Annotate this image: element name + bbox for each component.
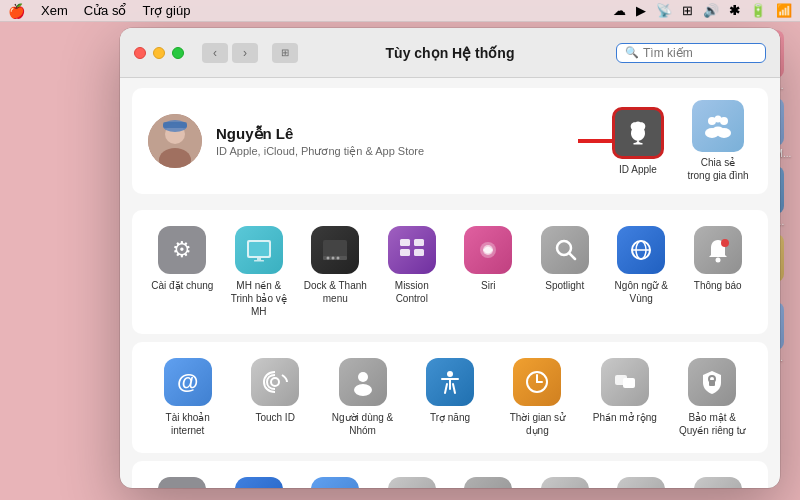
apple-id-label: ID Apple [619,163,657,176]
icon-users[interactable]: Người dùng & Nhóm [319,350,406,445]
icon-row-2: @ Tài khoản internet Touch ID Người dùng… [144,350,756,445]
icon-cai-dat-chung[interactable]: ⚙ Cài đặt chung [144,218,221,326]
grid-icon[interactable]: ⊞ [682,3,693,18]
icon-software-update[interactable]: Cập nhật phần mềm [144,469,221,488]
wifi-icon[interactable]: 📡 [656,3,672,18]
menubar: 🍎 Xem Cửa sổ Trợ giúp ☁ ▶ 📡 ⊞ 🔊 ✱ 🔋 📶 [0,0,800,22]
icon-language[interactable]: Ngôn ngữ & Vùng [603,218,680,326]
family-sharing-button[interactable]: Chia sẻ trong gia đình [684,100,752,182]
sound-icon[interactable]: 🔊 [703,3,719,18]
internet-accounts-icon: @ [164,358,212,406]
icon-extensions[interactable]: Phần mở rộng [581,350,668,445]
bluetooth-icon [311,477,359,488]
minimize-button[interactable] [153,47,165,59]
icon-spotlight[interactable]: Spotlight [527,218,604,326]
forward-button[interactable]: › [232,43,258,63]
back-button[interactable]: ‹ [202,43,228,63]
icon-dock[interactable]: Dock & Thanh menu [297,218,374,326]
icon-notifications[interactable]: Thông báo [680,218,757,326]
svg-rect-41 [623,378,635,388]
icon-keyboard[interactable]: Bàn phím [527,469,604,488]
notifications-label: Thông báo [694,279,742,292]
icon-security[interactable]: Bảo mật & Quyền riêng tư [669,350,756,445]
siri-icon [464,226,512,274]
spotlight-icon [541,226,589,274]
svg-rect-14 [254,260,264,262]
wifi2-icon[interactable]: 📶 [776,3,792,18]
search-input[interactable] [643,46,757,60]
svg-rect-13 [257,258,261,260]
menubar-tro-giup[interactable]: Trợ giúp [142,3,190,18]
software-update-icon [158,477,206,488]
svg-point-32 [721,239,729,247]
menubar-cua-so[interactable]: Cửa sổ [84,3,127,18]
icon-section-2: @ Tài khoản internet Touch ID Người dùng… [132,342,768,453]
system-preferences-window: ‹ › ⊞ Tùy chọn Hệ thống 🔍 Nguyễn Lê ID A… [120,28,780,488]
icon-siri[interactable]: Siri [450,218,527,326]
notifications-icon [694,226,742,274]
icon-mission-control[interactable]: Mission Control [374,218,451,326]
svg-point-36 [447,371,453,377]
screen-time-label: Thời gian sử dụng [498,411,577,437]
icon-accessibility[interactable]: Trợ năng [406,350,493,445]
cloud-icon[interactable]: ☁ [613,3,626,18]
sound-settings-icon [388,477,436,488]
man-hinh-nen-label: MH nền & Trinh bảo vệ MH [225,279,294,318]
menubar-xem[interactable]: Xem [41,3,68,18]
cai-dat-chung-icon: ⚙ [158,226,206,274]
profile-info: Nguyễn Lê ID Apple, iCloud, Phương tiện … [216,125,590,158]
mission-control-label: Mission Control [378,279,447,305]
grid-view-button[interactable]: ⊞ [272,43,298,63]
dock-label: Dock & Thanh menu [301,279,370,305]
svg-rect-22 [400,249,410,256]
nav-buttons: ‹ › [202,43,258,63]
icon-network[interactable]: Mạng [221,469,298,488]
menubar-left: 🍎 Xem Cửa sổ Trợ giúp [8,3,190,19]
search-box[interactable]: 🔍 [616,43,766,63]
extensions-icon [601,358,649,406]
profile-section: Nguyễn Lê ID Apple, iCloud, Phương tiện … [132,88,768,194]
window-title: Tùy chọn Hệ thống [386,45,515,61]
icon-screen-time[interactable]: Thời gian sử dụng [494,350,581,445]
keyboard-icon [541,477,589,488]
icon-man-hinh-nen[interactable]: MH nền & Trinh bảo vệ MH [221,218,298,326]
menubar-right: ☁ ▶ 📡 ⊞ 🔊 ✱ 🔋 📶 [613,3,792,18]
icon-bluetooth[interactable]: Bluetooth [297,469,374,488]
screen-time-icon [513,358,561,406]
accessibility-label: Trợ năng [430,411,470,424]
icon-internet-accounts[interactable]: @ Tài khoản internet [144,350,231,445]
apple-id-icon-box [612,107,664,159]
svg-rect-4 [163,122,187,128]
svg-point-34 [358,372,368,382]
icon-sound[interactable]: Âm thanh [374,469,451,488]
icon-trackpad[interactable]: Bàn di chuột [603,469,680,488]
users-icon [339,358,387,406]
svg-rect-20 [400,239,410,246]
language-icon [617,226,665,274]
icon-section-1: ⚙ Cài đặt chung MH nền & Trinh bảo vệ MH… [132,210,768,334]
battery-icon[interactable]: 🔋 [750,3,766,18]
maximize-button[interactable] [172,47,184,59]
profile-subtitle: ID Apple, iCloud, Phương tiện & App Stor… [216,145,590,158]
profile-icons: ID Apple Chia sẻ trong gia đình [604,100,752,182]
icon-printers[interactable]: Máy in & Máy quét [450,469,527,488]
apple-id-button[interactable]: ID Apple [604,107,672,176]
icon-touch-id[interactable]: Touch ID [231,350,318,445]
play-icon[interactable]: ▶ [636,3,646,18]
printers-icon [464,477,512,488]
svg-point-18 [332,257,335,260]
svg-point-31 [715,258,720,263]
bluetooth-icon[interactable]: ✱ [729,3,740,18]
svg-point-10 [712,127,724,136]
svg-point-33 [271,378,279,386]
apple-menu[interactable]: 🍎 [8,3,25,19]
trackpad-icon [617,477,665,488]
icon-row-3: Cập nhật phần mềm Mạng Bluetooth [144,469,756,488]
icon-mouse[interactable]: Chuột [680,469,757,488]
users-label: Người dùng & Nhóm [323,411,402,437]
svg-rect-23 [414,249,424,256]
close-button[interactable] [134,47,146,59]
network-icon [235,477,283,488]
titlebar: ‹ › ⊞ Tùy chọn Hệ thống 🔍 [120,28,780,78]
family-label: Chia sẻ trong gia đình [687,156,748,182]
